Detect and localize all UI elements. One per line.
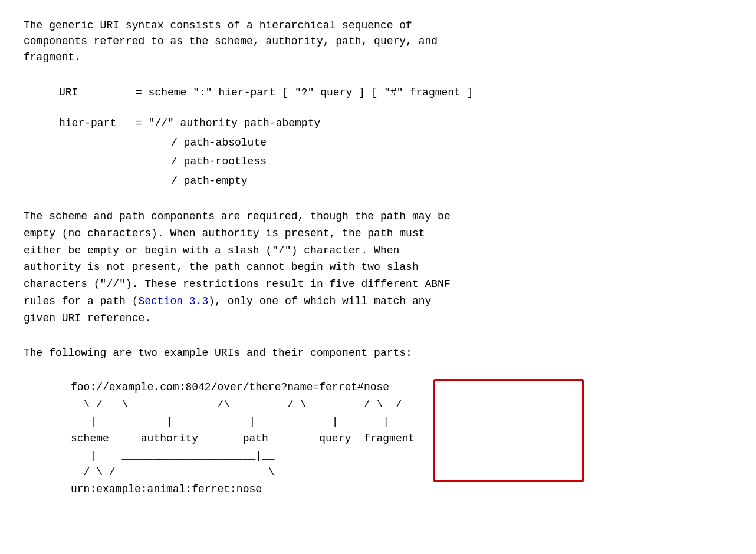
hier-rule-line: hier-part = "//" authority path-abempty — [59, 114, 732, 133]
intro-paragraph: The generic URI syntax consists of a hie… — [24, 18, 732, 65]
diagram-line7: urn:example:animal:ferret:nose — [71, 481, 732, 498]
hier-cont3: / path-empty — [171, 172, 732, 190]
uri-label: URI — [59, 83, 136, 102]
code-block: URI = scheme ":" hier-part [ "?" query ]… — [59, 83, 732, 190]
diagram-line2: \_/ \______________/\_________/ \_______… — [71, 396, 732, 413]
uri-rule-line: URI = scheme ":" hier-part [ "?" query ]… — [59, 83, 732, 102]
intro-text: The generic URI syntax consists of a hie… — [24, 19, 438, 63]
diagram-line1: foo://example.com:8042/over/there?name=f… — [71, 379, 732, 396]
body-paragraph-1: The scheme and path components are requi… — [24, 208, 732, 327]
diagram-line6: / \ / \ — [71, 464, 732, 481]
diagram-line4: scheme authority path query fragment — [71, 430, 732, 447]
diagram-line5: | _____________________|__ — [71, 447, 732, 464]
body2-text: The following are two example URIs and t… — [24, 347, 412, 359]
hier-label: hier-part — [59, 114, 136, 133]
diagram-container: foo://example.com:8042/over/there?name=f… — [71, 379, 732, 498]
hier-cont1: / path-absolute — [171, 133, 732, 152]
body-paragraph-2: The following are two example URIs and t… — [24, 345, 732, 362]
uri-eq: = scheme ":" hier-part [ "?" query ] [ "… — [136, 83, 474, 102]
body1-text1: The scheme and path components are requi… — [24, 210, 451, 307]
hier-cont2: / path-rootless — [171, 152, 732, 171]
section-3-3-link[interactable]: Section 3.3 — [138, 295, 208, 307]
hier-eq: = "//" authority path-abempty — [136, 114, 320, 133]
diagram-line3: | | | | | — [71, 413, 732, 430]
